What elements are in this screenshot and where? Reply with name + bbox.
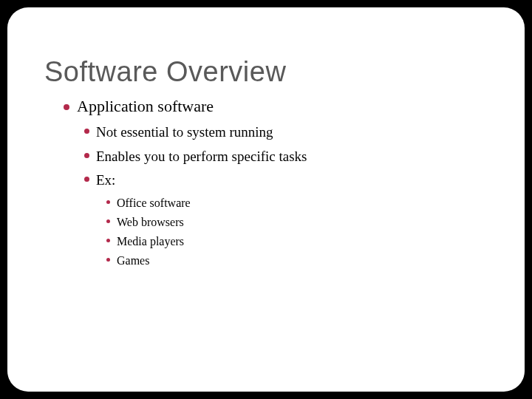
slide-frame: Software Overview Application software N… xyxy=(7,7,525,392)
list-item-label: Games xyxy=(117,252,149,269)
list-item-label: Ex: xyxy=(96,170,115,191)
bullet-icon xyxy=(84,129,89,134)
list-item-label: Not essential to system running xyxy=(96,122,273,143)
list-item: Web browsers xyxy=(106,214,488,231)
list-item: Office software xyxy=(106,194,488,211)
bullet-icon xyxy=(106,239,110,242)
bullet-icon xyxy=(106,200,110,204)
bullet-list-level-3: Office software Web browsers Media playe… xyxy=(106,194,488,272)
list-item-label: Office software xyxy=(117,194,191,211)
list-item: Enables you to perform specific tasks xyxy=(84,146,488,168)
bullet-icon xyxy=(106,258,110,262)
list-item-label: Enables you to perform specific tasks xyxy=(96,146,307,168)
list-item: Games xyxy=(106,252,488,269)
bullet-list-level-2: Not essential to system running Enables … xyxy=(84,122,488,274)
bullet-list-level-1: Application software Not essential to sy… xyxy=(64,97,488,274)
bullet-icon xyxy=(84,153,89,158)
slide-title: Software Overview xyxy=(44,56,488,88)
bullet-icon xyxy=(106,219,110,223)
list-item-label: Media players xyxy=(117,233,184,250)
bullet-icon xyxy=(64,104,69,110)
list-item: Not essential to system running xyxy=(84,122,488,143)
list-item: Application software Not essential to sy… xyxy=(64,97,488,274)
list-item: Media players xyxy=(106,233,488,250)
list-item: Ex: Office software Web browsers Med xyxy=(84,170,488,271)
list-item-label: Application software xyxy=(77,97,214,116)
bullet-icon xyxy=(84,177,89,182)
list-item-label: Web browsers xyxy=(117,214,184,231)
